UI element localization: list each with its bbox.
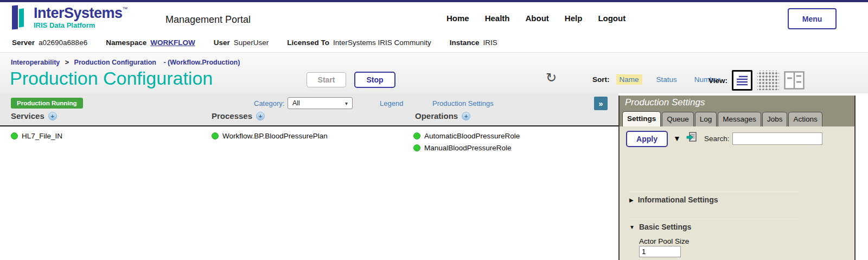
informational-settings-label: Informational Settings	[638, 195, 718, 204]
nav-logout[interactable]: Logout	[598, 14, 626, 23]
tab-log[interactable]: Log	[695, 112, 717, 126]
breadcrumb-production-configuration[interactable]: Production Configuration	[74, 59, 156, 66]
production-toolbar: Production Running Category: All ▾ Legen…	[0, 93, 618, 126]
operation-item-label: ManualBloodPressureRole	[424, 144, 512, 152]
add-service-icon[interactable]: +	[48, 112, 57, 121]
search-label: Search:	[704, 135, 730, 143]
apply-button[interactable]: Apply	[626, 131, 668, 147]
basic-settings-label: Basic Settings	[639, 223, 691, 231]
operation-item[interactable]: ManualBloodPressureRole	[413, 142, 520, 153]
list-view-icon[interactable]	[732, 70, 752, 91]
operation-item[interactable]: AutomaticBloodPressureRole	[413, 130, 520, 141]
top-nav: Home Health About Help Logout	[446, 14, 626, 23]
sort-by-name[interactable]: Name	[616, 74, 642, 85]
breadcrumb-separator: >	[65, 59, 69, 66]
split-view-icon[interactable]	[784, 71, 805, 90]
page-ribbon: Interoperability > Production Configurat…	[0, 52, 868, 93]
management-portal-screen: InterSystems™ IRIS Data Platform Managem…	[0, 0, 868, 260]
expanded-triangle-icon: ▼	[629, 224, 635, 230]
intersystems-logo: InterSystems™ IRIS Data Platform	[12, 5, 128, 29]
operations-header-label: Operations	[415, 111, 458, 121]
operations-list: AutomaticBloodPressureRole ManualBloodPr…	[413, 130, 520, 153]
process-item[interactable]: Workflow.BP.BloodPressurePlan	[212, 130, 328, 141]
actor-pool-size-input[interactable]	[639, 246, 681, 257]
process-item-label: Workflow.BP.BloodPressurePlan	[222, 132, 328, 140]
stop-button[interactable]: Stop	[354, 72, 395, 88]
service-item-label: HL7_File_IN	[22, 132, 62, 140]
server-value: a02690a688e6	[39, 39, 87, 47]
main-area: Production Running Category: All ▾ Legen…	[0, 93, 868, 260]
settings-panel-title: Production Settings	[620, 96, 854, 110]
grid-view-icon[interactable]	[757, 71, 779, 90]
tab-actions[interactable]: Actions	[788, 112, 822, 126]
licensed-value: InterSystems IRIS Community	[333, 39, 431, 47]
brand-name: InterSystems	[34, 5, 123, 21]
production-items-area: HL7_File_IN Workflow.BP.BloodPressurePla…	[0, 128, 618, 260]
menu-button[interactable]: Menu	[788, 8, 837, 29]
collapsed-triangle-icon: ▶	[629, 197, 634, 203]
section-informational-settings[interactable]: ▶ Informational Settings	[629, 195, 718, 204]
nav-health[interactable]: Health	[485, 14, 510, 23]
export-settings-icon[interactable]	[686, 131, 698, 145]
instance-info-bar: Servera02690a688e6 NamespaceWORKFLOW Use…	[0, 33, 868, 52]
status-green-icon	[413, 144, 420, 151]
production-settings-panel: Production Settings Settings Queue Log M…	[618, 96, 856, 260]
tab-queue[interactable]: Queue	[662, 112, 694, 126]
processes-header-label: Processes	[212, 111, 252, 121]
refresh-icon[interactable]: ↻	[546, 70, 557, 85]
intersystems-logo-icon	[12, 5, 28, 29]
breadcrumb-interoperability[interactable]: Interoperability	[11, 59, 60, 66]
settings-panel-body: Apply ▼ Search: ▶ Informational	[620, 126, 854, 260]
expand-panel-button[interactable]: »	[594, 97, 608, 110]
breadcrumb: Interoperability > Production Configurat…	[11, 59, 240, 66]
production-settings-link[interactable]: Production Settings	[432, 99, 494, 107]
category-label: Category:	[254, 99, 284, 107]
namespace-label: Namespace	[106, 39, 146, 47]
category-select[interactable]: All ▾	[288, 97, 353, 109]
server-label: Server	[12, 39, 35, 47]
settings-panel-tabs: Settings Queue Log Messages Jobs Actions	[620, 110, 854, 126]
instance-value: IRIS	[483, 39, 497, 47]
status-green-icon	[413, 132, 420, 139]
add-process-icon[interactable]: +	[256, 112, 265, 121]
operation-item-label: AutomaticBloodPressureRole	[424, 132, 520, 140]
services-column-header: Services +	[11, 111, 57, 121]
status-green-icon	[11, 132, 18, 139]
licensed-label: Licensed To	[287, 39, 329, 47]
user-label: User	[214, 39, 230, 47]
section-basic-settings[interactable]: ▼ Basic Settings	[629, 223, 691, 231]
chevron-down-icon: ▾	[345, 100, 348, 106]
processes-column-header: Processes +	[212, 111, 265, 121]
search-input[interactable]	[732, 132, 822, 145]
user-value: SuperUser	[234, 39, 269, 47]
breadcrumb-production-name: - (Workflow.Production)	[163, 59, 240, 66]
section-divider	[629, 192, 799, 192]
operations-column-header: Operations +	[415, 111, 470, 121]
status-green-icon	[212, 132, 219, 139]
nav-about[interactable]: About	[526, 14, 549, 23]
instance-label: Instance	[450, 39, 480, 47]
service-item[interactable]: HL7_File_IN	[11, 130, 62, 141]
app-header: InterSystems™ IRIS Data Platform Managem…	[0, 2, 868, 33]
namespace-link[interactable]: WORKFLOW	[150, 39, 195, 47]
production-status-badge: Production Running	[11, 98, 83, 109]
actor-pool-size-label: Actor Pool Size	[639, 237, 689, 245]
start-button[interactable]: Start	[307, 72, 346, 87]
tab-settings[interactable]: Settings	[622, 111, 661, 126]
tab-messages[interactable]: Messages	[718, 112, 761, 126]
services-header-label: Services	[11, 111, 44, 121]
services-list: HL7_File_IN	[11, 130, 62, 141]
trademark-symbol: ™	[123, 6, 128, 12]
section-divider	[629, 219, 799, 219]
apply-dropdown-icon[interactable]: ▼	[673, 134, 681, 143]
category-selected-value: All	[292, 99, 300, 107]
nav-home[interactable]: Home	[446, 14, 469, 23]
processes-list: Workflow.BP.BloodPressurePlan	[212, 130, 328, 141]
portal-title: Management Portal	[165, 14, 251, 26]
sort-by-status[interactable]: Status	[653, 74, 680, 85]
brand-tagline: IRIS Data Platform	[34, 21, 128, 29]
nav-help[interactable]: Help	[565, 14, 583, 23]
add-operation-icon[interactable]: +	[462, 112, 470, 121]
legend-link[interactable]: Legend	[380, 99, 403, 107]
tab-jobs[interactable]: Jobs	[762, 112, 788, 126]
